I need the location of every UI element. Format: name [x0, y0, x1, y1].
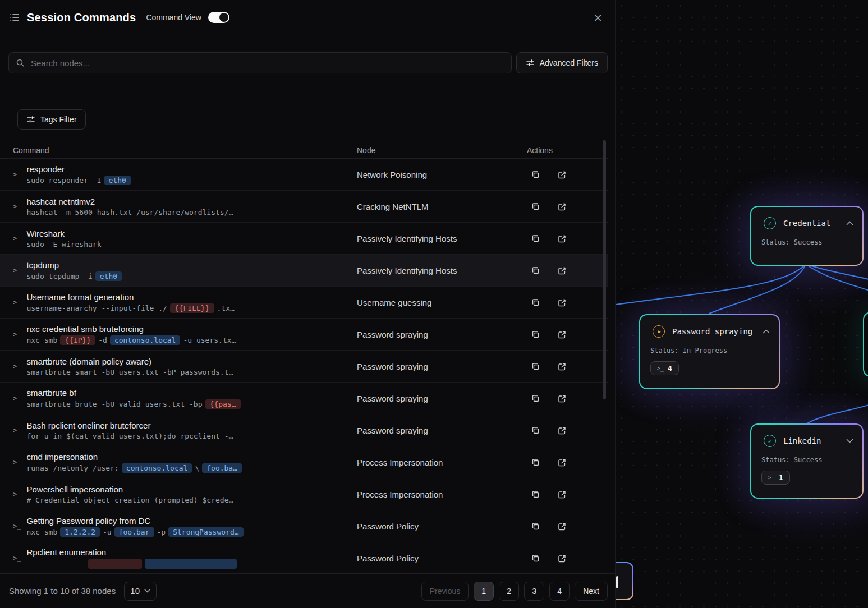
open-external-icon[interactable]: [557, 266, 567, 275]
table-row[interactable]: >_cmd impersonationrunas /netonly /user:…: [0, 446, 608, 478]
command-param-badge: [145, 559, 237, 569]
pagination: Previous1234Next: [421, 582, 608, 601]
terminal-prompt-icon: >_: [13, 394, 21, 402]
command-param-badge: contonso.local: [110, 335, 181, 345]
command-title: Powershell impersonation: [26, 485, 233, 494]
table-row[interactable]: >_smartbrute bfsmartbrute brute -bU vali…: [0, 383, 608, 414]
open-external-icon[interactable]: [557, 170, 567, 179]
command-text: smartbrute smart -bU users.txt -bP passw…: [26, 368, 233, 376]
command-text: nxc smb: [26, 336, 57, 344]
open-external-icon[interactable]: [557, 426, 567, 435]
copy-icon[interactable]: [531, 170, 540, 179]
chevron-down-icon[interactable]: [846, 439, 853, 443]
table-row[interactable]: >_tcpdumpsudo tcpdump -ieth0Passively Id…: [0, 255, 608, 287]
table-row[interactable]: >_hashcat netntlmv2hashcat -m 5600 hash.…: [0, 191, 608, 223]
table-row[interactable]: >_respondersudo responder -Ieth0Network …: [0, 159, 608, 191]
copy-icon[interactable]: [531, 266, 540, 275]
table-header: Command Node Actions: [0, 142, 608, 159]
open-external-icon[interactable]: [557, 490, 567, 499]
command-text: \: [195, 464, 199, 472]
table-row[interactable]: >_Bash rpclient oneliner bruteforcerfor …: [0, 414, 608, 446]
command-snippet: hashcat -m 5600 hash.txt /usr/share/word…: [26, 208, 233, 217]
copy-icon[interactable]: [531, 394, 540, 403]
command-param-badge: 1.2.2.2: [60, 527, 100, 537]
command-count-badge[interactable]: >_4: [650, 361, 679, 375]
copy-icon[interactable]: [531, 522, 540, 531]
page-button-2[interactable]: 2: [499, 582, 519, 601]
next-button[interactable]: Next: [575, 582, 608, 601]
chevron-up-icon[interactable]: [763, 329, 770, 334]
open-external-icon[interactable]: [557, 330, 567, 339]
command-title: tcpdump: [26, 260, 122, 270]
command-text: sudo responder -I: [26, 176, 101, 185]
command-text: sudo tcpdump -i: [26, 272, 92, 280]
command-param-badge: foo.ba…: [202, 463, 242, 473]
command-text: for u in $(cat valid_users.txt);do rpccl…: [26, 432, 233, 440]
table-row[interactable]: >_Getting Password policy from DCnxc smb…: [0, 510, 608, 542]
table-scrollbar[interactable]: [603, 140, 606, 399]
command-title: Username format generation: [26, 292, 234, 302]
tags-filter-button[interactable]: Tags Filter: [17, 109, 86, 130]
table-row[interactable]: >_Username format generationusername-ana…: [0, 287, 608, 319]
node-name: Network Poisoning: [344, 170, 514, 179]
table-row[interactable]: >_Wiresharksudo -E wiresharkPassively Id…: [0, 223, 608, 255]
command-text: .tx…: [217, 304, 235, 312]
copy-icon[interactable]: [531, 330, 540, 339]
open-external-icon[interactable]: [557, 234, 567, 243]
copy-icon[interactable]: [531, 458, 540, 467]
command-snippet: sudo responder -Ieth0: [26, 176, 130, 185]
page-size-select[interactable]: 10: [124, 582, 157, 601]
advanced-filters-label: Advanced Filters: [540, 58, 598, 67]
open-external-icon[interactable]: [557, 298, 567, 307]
command-title: nxc credential smb bruteforcing: [26, 324, 236, 334]
command-snippet: username-anarchy --input-file ./{{FILE}}…: [26, 303, 234, 313]
open-external-icon[interactable]: [557, 554, 567, 563]
open-external-icon[interactable]: [557, 202, 567, 211]
command-view-toggle[interactable]: [208, 12, 229, 23]
graph-node-password-spraying[interactable]: ▶Password sprayingStatus: In Progress>_4: [639, 314, 780, 389]
command-count-badge[interactable]: >_1: [761, 471, 790, 485]
graph-node-credential[interactable]: ✓CredentialStatus: Success: [750, 206, 864, 266]
copy-icon[interactable]: [531, 234, 540, 243]
command-text: -d: [98, 336, 107, 344]
search-input[interactable]: [30, 58, 504, 68]
graph-canvas[interactable]: ✓CredentialStatus: Success▶Password spra…: [616, 0, 868, 608]
table-row[interactable]: >_nxc credential smb bruteforcingnxc smb…: [0, 319, 608, 351]
open-external-icon[interactable]: [557, 522, 567, 531]
graph-node-partial-bottom[interactable]: [616, 562, 633, 600]
open-external-icon[interactable]: [557, 362, 567, 371]
copy-icon[interactable]: [531, 298, 540, 307]
node-name: Password Policy: [344, 522, 514, 531]
command-snippet: smartbrute smart -bU users.txt -bP passw…: [26, 368, 233, 376]
command-snippet: runas /netonly /user:contonso.local\foo.…: [26, 463, 242, 473]
command-text: -u: [103, 528, 112, 536]
open-external-icon[interactable]: [557, 394, 567, 403]
table-row[interactable]: >_Powershell impersonation# Credential o…: [0, 478, 608, 510]
copy-icon[interactable]: [531, 362, 540, 371]
command-text: runas /netonly /user:: [26, 464, 118, 472]
copy-icon[interactable]: [531, 202, 540, 211]
command-text: -p: [157, 528, 166, 536]
page-title: Session Commands: [27, 11, 136, 24]
table-row[interactable]: >_smartbrute (domain policy aware)smartb…: [0, 351, 608, 383]
chevron-up-icon[interactable]: [846, 221, 853, 225]
graph-node-label: Linkedin: [783, 436, 821, 445]
graph-node-linkedin[interactable]: ✓LinkedinStatus: Success>_1: [750, 423, 864, 499]
column-node: Node: [344, 146, 514, 155]
terminal-prompt-icon: >_: [13, 426, 21, 434]
copy-icon[interactable]: [531, 426, 540, 435]
copy-icon[interactable]: [531, 554, 540, 563]
graph-node-partial-right[interactable]: [863, 312, 868, 377]
node-name: Password spraying: [344, 394, 514, 403]
page-button-3[interactable]: 3: [524, 582, 544, 601]
command-param-badge: {{FILE}}: [170, 303, 214, 313]
terminal-prompt-icon: >_: [13, 554, 21, 562]
page-button-1[interactable]: 1: [474, 582, 494, 601]
command-snippet: nxc smb1.2.2.2-ufoo.bar-pStrongPassword…: [26, 527, 243, 537]
close-icon[interactable]: ×: [590, 11, 606, 24]
page-button-4[interactable]: 4: [549, 582, 570, 601]
open-external-icon[interactable]: [557, 458, 567, 467]
copy-icon[interactable]: [531, 490, 540, 499]
table-row[interactable]: >_Rpclient enumerationPassword Policy: [0, 542, 608, 573]
advanced-filters-button[interactable]: Advanced Filters: [516, 52, 608, 73]
